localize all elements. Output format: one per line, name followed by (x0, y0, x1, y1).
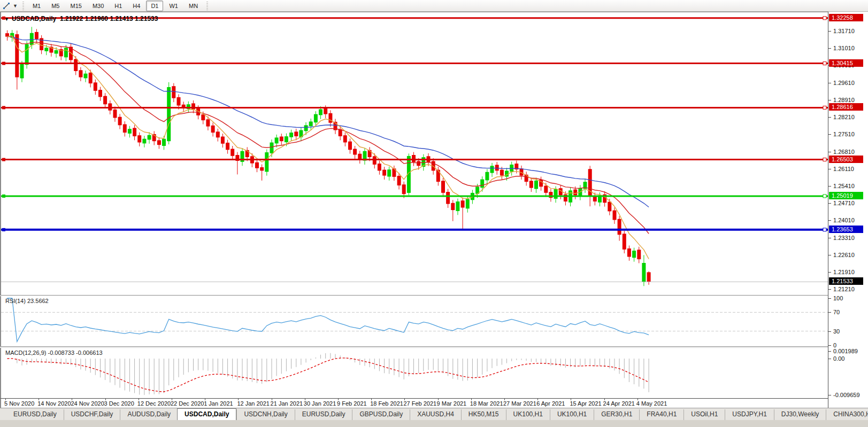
date-label: 12 Jan 2021 (237, 400, 270, 407)
price-tick-mark (828, 255, 831, 255)
timeframe-button-W1[interactable]: W1 (164, 1, 183, 11)
price-tick-label: 1.24710 (833, 200, 855, 207)
price-tick-mark (828, 203, 831, 204)
chart-tab-USDCHF-Daily[interactable]: USDCHF,Daily (64, 409, 120, 420)
timeframe-button-MN[interactable]: MN (184, 1, 203, 11)
price-tick-mark (828, 289, 831, 290)
chart-collapse-caret[interactable]: ▼ (4, 17, 9, 22)
chart-plot-area[interactable]: ▼USDCAD,Daily 1.21922 1.21960 1.21413 1.… (0, 12, 828, 295)
price-tick-mark (828, 117, 831, 118)
price-tick-mark (828, 134, 831, 135)
date-label: 3 Dec 2020 (104, 400, 134, 407)
price-tick-label: 1.21910 (833, 269, 855, 276)
timeframe-button-H4[interactable]: H4 (128, 1, 145, 11)
timeframe-button-M30[interactable]: M30 (88, 1, 109, 11)
timeframe-button-D1[interactable]: D1 (146, 1, 163, 11)
date-label: 27 Mar 2021 (503, 400, 536, 407)
status-bar (0, 420, 868, 427)
chart-title: ▼USDCAD,Daily 1.21922 1.21960 1.21413 1.… (4, 15, 158, 22)
chart-tab-GBPUSD-Daily[interactable]: GBPUSD,Daily (352, 409, 410, 420)
chart-tab-FRA40-H1[interactable]: FRA40,H1 (639, 409, 683, 420)
rsi-label: RSI(14) 23.5662 (5, 298, 49, 304)
macd-tick-mark (828, 351, 831, 352)
price-line-label: 1.25019 (829, 192, 863, 199)
rsi-tick-mark (828, 345, 831, 346)
rsi-tick-mark (828, 331, 831, 332)
macd-label: MACD(12,26,9) -0.008733 -0.006613 (5, 350, 103, 356)
date-label: 24 Apr 2021 (603, 400, 635, 407)
date-label: 21 Jan 2021 (271, 400, 303, 407)
date-label: 30 Jan 2021 (304, 400, 336, 407)
price-tick-mark (828, 31, 831, 32)
price-tick-mark (828, 238, 831, 238)
chart-tab-USDJPY-H1[interactable]: USDJPY,H1 (725, 409, 773, 420)
date-label: 4 May 2021 (636, 400, 667, 407)
mt4-window: ▼ M1M5M15M30H1H4D1W1MN ▼USDCAD,Daily 1.2… (0, 0, 868, 427)
price-tick-mark (828, 48, 831, 49)
price-tick-mark (828, 272, 831, 273)
rsi-tick-label: 100 (833, 295, 843, 302)
date-axis[interactable]: 5 Nov 202014 Nov 202024 Nov 20203 Dec 20… (0, 398, 828, 408)
toolbar-grip (206, 2, 208, 10)
price-tick-label: 1.22610 (833, 252, 855, 259)
toolbar-grip (22, 2, 24, 10)
chart-tab-GER30-H1[interactable]: GER30,H1 (594, 409, 639, 420)
tool-dropdown-caret[interactable]: ▼ (11, 3, 19, 9)
price-tick-label: 1.26110 (833, 166, 854, 173)
price-axis[interactable]: 1.317101.310101.303101.296101.289101.282… (828, 12, 868, 408)
chart-tab-EURUSD-Daily[interactable]: EURUSD,Daily (295, 409, 352, 420)
price-tick-label: 1.21210 (833, 286, 855, 293)
date-label: 1 Jan 2021 (204, 400, 233, 407)
timeframe-button-M1[interactable]: M1 (28, 1, 45, 11)
price-tick-label: 1.31710 (833, 28, 855, 35)
current-price-label: 1.21533 (829, 277, 863, 285)
macd-tick-mark (828, 395, 831, 395)
price-tick-label: 1.29610 (833, 80, 855, 87)
rsi-tick-label: 70 (833, 309, 840, 316)
chart-tab-USDCAD-Daily[interactable]: USDCAD,Daily (177, 408, 236, 420)
chart-tab-XAUUSD-H4[interactable]: XAUUSD,H4 (410, 409, 461, 420)
date-label: 22 Dec 2020 (171, 400, 204, 407)
rsi-tick-label: 30 (833, 328, 840, 335)
date-label: 18 Feb 2021 (370, 400, 403, 407)
price-tick-label: 1.23310 (833, 235, 855, 242)
price-tick-mark (828, 186, 831, 187)
chart-tab-USDCNH-Daily[interactable]: USDCNH,Daily (236, 409, 294, 420)
price-tick-mark (828, 220, 831, 221)
price-tick-label: 1.27510 (833, 131, 855, 138)
chart-tab-EURUSD-Daily[interactable]: EURUSD,Daily (6, 409, 64, 420)
chart-tab-UK100-H1[interactable]: UK100,H1 (506, 409, 550, 420)
chart-tab-AUDUSD-Daily[interactable]: AUDUSD,Daily (120, 409, 178, 420)
price-tick-label: 1.24010 (833, 217, 855, 224)
chart-tab-CHINA300-H1[interactable]: CHINA300,H1 (826, 409, 868, 420)
date-label: 15 Apr 2021 (570, 400, 601, 407)
timeframe-button-H1[interactable]: H1 (110, 1, 127, 11)
macd-tick-label: 0.00 (833, 355, 844, 362)
date-label: 14 Nov 2020 (37, 400, 71, 407)
chart-tab-bar: EURUSD,DailyUSDCHF,DailyAUDUSD,DailyUSDC… (0, 408, 868, 420)
date-label: 6 Apr 2021 (536, 400, 565, 407)
date-label: 24 Nov 2020 (71, 400, 104, 407)
timeframe-button-M15[interactable]: M15 (65, 1, 86, 11)
chart-tab-DJ30-Weekly[interactable]: DJ30,Weekly (774, 409, 826, 420)
timeframe-buttons: M1M5M15M30H1H4D1W1MN (27, 1, 203, 11)
chart-tab-USOil-H1[interactable]: USOil,H1 (683, 409, 725, 420)
date-label: 18 Mar 2021 (470, 400, 503, 407)
macd-panel[interactable]: MACD(12,26,9) -0.008733 -0.006613 (0, 348, 828, 398)
price-tick-mark (828, 100, 831, 100)
macd-tick-label: 0.001989 (833, 348, 858, 355)
price-tick-mark (828, 83, 831, 83)
timeframe-toolbar: ▼ M1M5M15M30H1H4D1W1MN (0, 0, 868, 12)
chart-ohlc-values: 1.21922 1.21960 1.21413 1.21533 (60, 15, 158, 22)
macd-tick-label: -0.009659 (833, 392, 860, 399)
macd-tick-mark (828, 359, 831, 359)
chart-tab-HK50-M15[interactable]: HK50,M15 (461, 409, 506, 420)
timeframe-button-M5[interactable]: M5 (47, 1, 64, 11)
rsi-panel[interactable]: RSI(14) 23.5662 (0, 296, 828, 346)
price-tick-label: 1.31010 (833, 45, 855, 52)
price-tick-label: 1.28910 (833, 97, 855, 104)
rsi-tick-mark (828, 298, 831, 299)
rsi-tick-mark (828, 312, 831, 313)
chart-tab-UK100-H1[interactable]: UK100,H1 (550, 409, 594, 420)
line-studies-icon[interactable] (2, 1, 11, 11)
